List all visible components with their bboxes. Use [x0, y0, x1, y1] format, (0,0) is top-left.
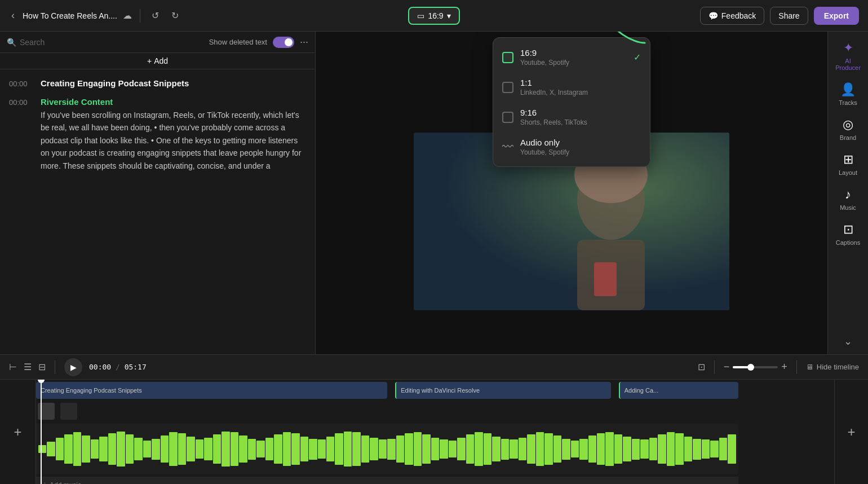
top-bar-right: 💬 Feedback Share Export — [467, 7, 859, 25]
segment-1[interactable]: Creating Engaging Podcast Snippets — [36, 382, 387, 399]
list-icon[interactable]: ☰ — [24, 362, 32, 372]
dropdown-sub-9-16: Shorts, Reels, TikToks — [520, 118, 641, 126]
waveform-bar — [466, 434, 474, 464]
brand-icon: ◎ — [843, 117, 853, 132]
hide-timeline-button[interactable]: 🖥 Hide timeline — [806, 363, 859, 371]
monitor-icon: 🖥 — [806, 363, 813, 371]
waveform-bar — [702, 439, 710, 458]
waveform-bar — [265, 438, 273, 461]
waveform-bar — [553, 435, 561, 463]
dropdown-title-9-16: 9:16 — [520, 108, 641, 117]
waveform-bar — [309, 439, 317, 460]
dropdown-item-1-1[interactable]: 1:1 LinkedIn, X, Instagram — [493, 72, 650, 102]
waveform-bar — [187, 437, 194, 461]
show-deleted-toggle[interactable] — [273, 37, 294, 48]
waveform-bar — [326, 437, 334, 461]
add-button[interactable]: + Add — [0, 53, 315, 69]
waveform-track — [36, 424, 738, 474]
dropdown-item-text-1-1: 1:1 LinkedIn, X, Instagram — [520, 78, 641, 96]
sidebar-chevron-down[interactable]: ⌄ — [844, 335, 852, 347]
waveform-bar — [492, 437, 500, 461]
aspect-ratio-button[interactable]: ▭ 16:9 ▾ — [408, 7, 459, 25]
captions-icon: ⊡ — [843, 222, 853, 237]
timeline-right-add-button[interactable]: + — [847, 424, 855, 440]
waveform-bar — [47, 442, 55, 456]
segment-label-3: Adding Ca... — [625, 387, 659, 394]
dropdown-item-16-9[interactable]: 16:9 Youtube, Spotify ✓ — [493, 42, 650, 72]
waveform-bar — [274, 434, 282, 464]
total-time: 05:17 — [125, 363, 147, 371]
search-icon: 🔍 — [7, 38, 16, 47]
segment-2[interactable]: Editing with DaVinci Resolve — [395, 382, 610, 399]
waveform-bar — [56, 438, 64, 461]
sidebar-item-brand[interactable]: ◎ Brand — [830, 113, 866, 146]
more-options-icon[interactable]: ··· — [300, 36, 308, 48]
dropdown-item-text-audio: Audio only Youtube, Spotify — [520, 138, 641, 156]
waveform-bar — [344, 432, 352, 467]
transcript-area: 00:00 Creating Engaging Podcast Snippets… — [0, 69, 315, 354]
waveform-bar — [335, 433, 343, 465]
fit-screen-icon[interactable]: ⊡ — [698, 362, 705, 372]
transcript-content-2: Riverside Content If you've been scrolli… — [41, 97, 306, 172]
waveform-bar — [475, 432, 482, 465]
waveform-bar — [318, 439, 326, 458]
play-button[interactable]: ▶ — [64, 358, 82, 376]
waveform-bar — [396, 435, 404, 463]
thumbnail-strip — [36, 401, 738, 421]
share-button[interactable]: Share — [770, 7, 808, 25]
undo-button[interactable]: ↺ — [148, 8, 162, 23]
redo-button[interactable]: ↻ — [168, 8, 182, 23]
timeline-right: + — [834, 380, 868, 484]
zoom-in-button[interactable]: + — [781, 361, 787, 373]
segment-3[interactable]: Adding Ca... — [619, 382, 738, 399]
thumbnail-2 — [60, 403, 77, 420]
waveform-bar — [178, 433, 186, 465]
dropdown-item-audio-only[interactable]: 〰 Audio only Youtube, Spotify — [493, 132, 650, 162]
zoom-out-button[interactable]: − — [724, 361, 730, 373]
ai-producer-icon: ✦ — [843, 41, 853, 55]
transcript-content-1: Creating Engaging Podcast Snippets — [41, 78, 189, 90]
segment-label-1: Creating Engaging Podcast Snippets — [41, 387, 142, 394]
waveform-bar — [126, 434, 134, 464]
waveform-bar — [414, 432, 422, 465]
export-button[interactable]: Export — [814, 7, 859, 25]
waveform-bar — [82, 435, 90, 463]
waveform-bar — [117, 432, 125, 467]
sidebar-item-ai-producer[interactable]: ✦ AI Producer — [830, 36, 866, 76]
add-music-bar[interactable]: ♩ Add music — [36, 477, 738, 484]
zoom-slider-thumb — [747, 364, 754, 371]
feedback-button[interactable]: 💬 Feedback — [700, 7, 764, 25]
playhead — [41, 380, 42, 484]
waveform-bar — [571, 441, 579, 457]
waveform-bar — [283, 432, 291, 465]
bottom-area: ⊢ ☰ ⊟ ▶ 00:00 / 05:17 ⊡ − + 🖥 Hide timel… — [0, 354, 868, 484]
sidebar-item-tracks[interactable]: 👤 Tracks — [830, 78, 866, 111]
storyboard-icon[interactable]: ⊟ — [38, 362, 46, 372]
waveform-bar — [684, 437, 692, 461]
waveform-bar — [658, 434, 666, 464]
right-sidebar: ✦ AI Producer 👤 Tracks ◎ Brand ⊞ Layout … — [827, 32, 868, 354]
sidebar-item-captions[interactable]: ⊡ Captions — [830, 218, 866, 250]
dropdown-item-9-16[interactable]: 9:16 Shorts, Reels, TikToks — [493, 102, 650, 132]
dropdown-title-16-9: 16:9 — [520, 48, 627, 58]
waveform-bar — [728, 434, 736, 464]
sidebar-item-layout[interactable]: ⊞ Layout — [830, 148, 866, 181]
sidebar-item-music[interactable]: ♪ Music — [830, 183, 866, 215]
waveform-bar — [239, 435, 247, 463]
left-panel: 🔍 Search Show deleted text ··· + Add 00:… — [0, 32, 316, 354]
waveform-bar — [256, 441, 264, 457]
waveform-bar — [248, 439, 256, 460]
segments-track: Creating Engaging Podcast Snippets Editi… — [36, 382, 834, 399]
waveform-bar — [387, 439, 395, 460]
divider — [140, 9, 140, 23]
waveform-bar — [440, 439, 448, 458]
timeline-add-track-button[interactable]: + — [14, 424, 21, 440]
split-icon[interactable]: ⊢ — [9, 362, 17, 372]
zoom-slider[interactable] — [733, 366, 778, 368]
back-button[interactable]: ‹ — [9, 7, 17, 24]
tracks-icon: 👤 — [840, 82, 856, 97]
main-area: 🔍 Search Show deleted text ··· + Add 00:… — [0, 32, 868, 354]
waveform-bar — [536, 432, 544, 465]
waveform-bar — [623, 437, 631, 461]
waveform-bar — [501, 439, 509, 460]
